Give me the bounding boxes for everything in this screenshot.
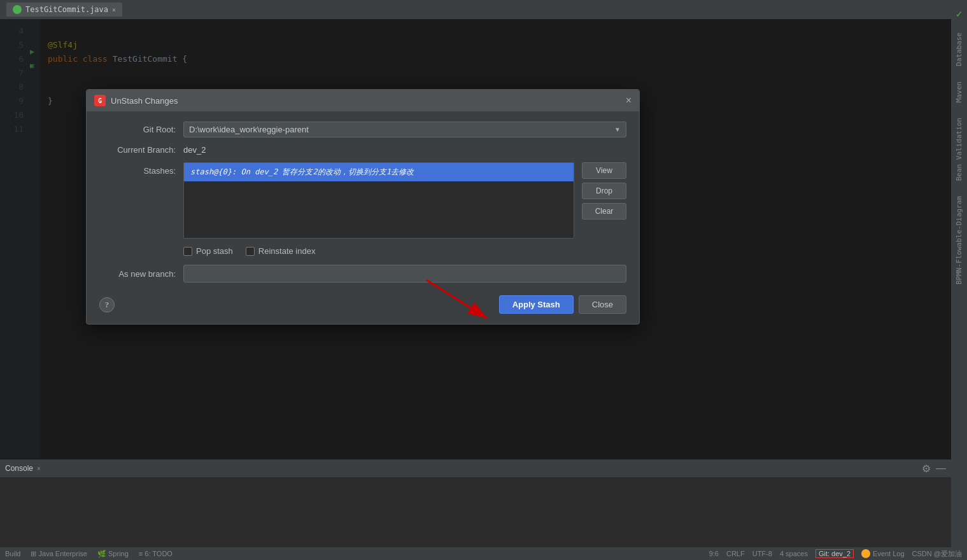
current-branch-value: dev_2 (183, 145, 206, 155)
bean-validation-panel[interactable]: Bean Validation (952, 110, 966, 188)
java-enterprise-label: Java Enterprise (39, 550, 87, 557)
dialog-title-left: G UnStash Changes (94, 95, 178, 106)
stash-item-text: stash@{0}: On dev_2 暂存分支2的改动，切换到分支1去修改 (190, 167, 414, 176)
console-tab-label: Console (5, 464, 33, 473)
pop-stash-checkbox[interactable] (183, 247, 192, 256)
check-icon: ✓ (954, 3, 965, 25)
console-tab[interactable]: Console × (5, 464, 41, 473)
dialog-app-icon: G (94, 95, 106, 106)
build-status[interactable]: Build (5, 550, 20, 557)
pop-stash-label[interactable]: Pop stash (183, 246, 233, 256)
git-root-value: D:\work\idea_work\reggie-parent (189, 125, 309, 134)
line-ending[interactable]: CRLF (726, 550, 745, 557)
tab-close-button[interactable]: × (112, 6, 116, 13)
bottom-panel: Console × ⚙ — (0, 458, 951, 547)
dialog-body: Git Root: D:\work\idea_work\reggie-paren… (87, 111, 639, 324)
todo-label: 6: TODO (145, 550, 173, 557)
stashes-label: Stashes: (99, 162, 176, 176)
spring-icon: 🌿 (97, 550, 106, 557)
tab-file-icon (13, 5, 22, 14)
checkbox-row: Pop stash Reinstate index (183, 246, 626, 256)
pop-stash-text: Pop stash (196, 246, 233, 256)
git-root-label: Git Root: (99, 125, 176, 134)
bpmn-panel[interactable]: BPMN-Flowable-Diagram (952, 188, 966, 292)
new-branch-input[interactable] (183, 265, 626, 283)
stash-action-buttons: View Drop Clear (582, 162, 626, 220)
dialog-close-button[interactable]: × (626, 95, 632, 106)
todo-status[interactable]: ≡ 6: TODO (139, 550, 173, 557)
spring-status[interactable]: 🌿 Spring (97, 550, 129, 558)
reinstate-index-checkbox[interactable] (246, 247, 255, 256)
dialog-titlebar: G UnStash Changes × (87, 90, 639, 111)
stash-item[interactable]: stash@{0}: On dev_2 暂存分支2的改动，切换到分支1去修改 (184, 163, 574, 181)
close-dialog-button[interactable]: Close (579, 295, 626, 314)
current-branch-label: Current Branch: (99, 145, 176, 155)
event-log-status[interactable]: Event Log (861, 549, 905, 558)
tab-bar: TestGitCommit.java × (0, 0, 967, 19)
indent[interactable]: 4 spaces (780, 550, 808, 557)
footer-buttons: Apply Stash Close (499, 295, 626, 314)
git-root-row: Git Root: D:\work\idea_work\reggie-paren… (99, 122, 626, 137)
dialog-footer: ? Apply Stash Close (99, 293, 626, 314)
dialog-title: UnStash Changes (111, 96, 178, 106)
console-tab-close-icon[interactable]: × (37, 465, 41, 472)
console-actions: ⚙ — (922, 463, 946, 475)
cursor-position[interactable]: 9:6 (709, 550, 719, 557)
clear-button[interactable]: Clear (582, 203, 626, 220)
tab-title: TestGitCommit.java (25, 5, 108, 14)
git-branch-status[interactable]: Git: dev_2 (815, 549, 854, 558)
maven-panel[interactable]: Maven (952, 74, 966, 110)
reinstate-index-label[interactable]: Reinstate index (246, 246, 316, 256)
view-button[interactable]: View (582, 162, 626, 179)
reinstate-index-text: Reinstate index (258, 246, 316, 256)
console-minimize-button[interactable]: — (936, 463, 946, 474)
help-button[interactable]: ? (99, 297, 115, 312)
tab-item[interactable]: TestGitCommit.java × (6, 3, 122, 17)
git-root-select[interactable]: D:\work\idea_work\reggie-parent ▼ (183, 122, 626, 137)
java-enterprise-icon: ⊞ (31, 550, 36, 557)
status-left: Build ⊞ Java Enterprise 🌿 Spring ≡ 6: TO… (5, 550, 173, 558)
right-panels: ✓ Database Maven Bean Validation BPMN-Fl… (951, 0, 967, 560)
dropdown-arrow-icon: ▼ (614, 126, 621, 133)
database-panel[interactable]: Database (952, 25, 966, 74)
todo-icon: ≡ (139, 550, 143, 557)
console-tab-bar: Console × ⚙ — (0, 459, 951, 477)
event-log-icon (861, 549, 870, 558)
drop-button[interactable]: Drop (582, 183, 626, 199)
status-bar: Build ⊞ Java Enterprise 🌿 Spring ≡ 6: TO… (0, 547, 967, 560)
apply-stash-button[interactable]: Apply Stash (499, 295, 574, 314)
console-settings-button[interactable]: ⚙ (922, 463, 931, 475)
csdn-label[interactable]: CSDN @爱加油 (912, 549, 962, 559)
new-branch-row: As new branch: (99, 265, 626, 283)
stash-item-label: stash@{0}: On dev_2 暂存分支2的改动，切换到分支1去修改 (190, 167, 414, 176)
event-log-label: Event Log (873, 550, 905, 557)
unstash-dialog: G UnStash Changes × Git Root: D:\work\id… (86, 89, 640, 325)
encoding[interactable]: UTF-8 (752, 550, 772, 557)
spring-label: Spring (108, 550, 129, 557)
java-enterprise-status[interactable]: ⊞ Java Enterprise (31, 550, 87, 558)
stashes-row: Stashes: stash@{0}: On dev_2 暂存分支2的改动，切换… (99, 162, 626, 239)
new-branch-label: As new branch: (99, 269, 176, 279)
current-branch-row: Current Branch: dev_2 (99, 145, 626, 155)
stash-list[interactable]: stash@{0}: On dev_2 暂存分支2的改动，切换到分支1去修改 (183, 162, 574, 239)
status-right: 9:6 CRLF UTF-8 4 spaces Git: dev_2 Event… (709, 549, 962, 559)
